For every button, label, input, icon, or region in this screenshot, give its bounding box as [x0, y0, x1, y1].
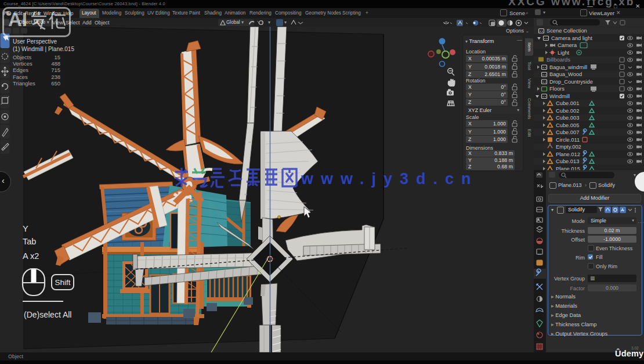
svg-text:Circle.011: Circle.011 [556, 137, 580, 143]
svg-text:Camera and light: Camera and light [551, 35, 592, 41]
svg-text:Cube.013: Cube.013 [556, 158, 579, 164]
svg-text:Cube.001: Cube.001 [556, 100, 579, 106]
svg-text:Billboards: Billboards [547, 57, 570, 63]
svg-text:Cube.002: Cube.002 [556, 108, 579, 114]
svg-text:Plane.015: Plane.015 [556, 166, 580, 170]
svg-text:Light: Light [558, 50, 570, 56]
svg-text:Cube.005: Cube.005 [556, 122, 579, 128]
svg-text:Scene Collection: Scene Collection [547, 28, 587, 34]
svg-text:Camera: Camera [558, 42, 577, 48]
svg-text:Bagua_windmill: Bagua_windmill [549, 64, 587, 70]
svg-text:Cube.007: Cube.007 [556, 129, 579, 135]
svg-text:Empty.002: Empty.002 [556, 144, 581, 150]
svg-text:Cube.003: Cube.003 [556, 115, 579, 121]
svg-text:Windmill: Windmill [549, 93, 570, 99]
svg-text:Plane.012: Plane.012 [556, 152, 580, 157]
svg-text:Bagua_Wood: Bagua_Wood [549, 71, 582, 77]
svg-text:Drop_Countryside: Drop_Countryside [549, 79, 593, 85]
svg-text:Floors: Floors [549, 86, 565, 92]
svg-text:Shift: Shift [55, 278, 70, 287]
